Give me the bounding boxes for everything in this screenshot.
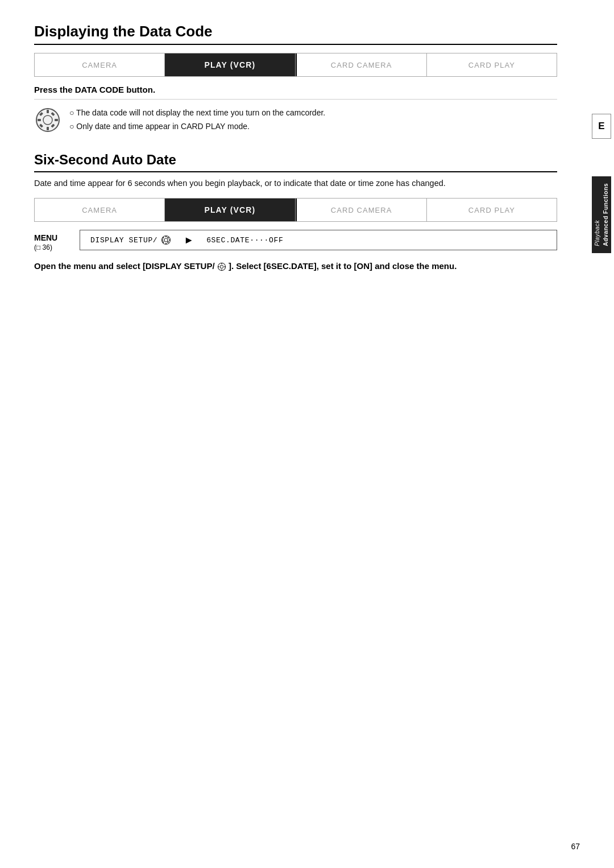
mode-camera-2: CAMERA — [35, 199, 165, 221]
note-lines: The data code will not display the next … — [69, 106, 325, 134]
svg-rect-5 — [55, 119, 58, 121]
svg-rect-2 — [47, 110, 49, 113]
body-text: Date and time appear for 6 seconds when … — [34, 177, 557, 190]
mode-camera-1: CAMERA — [35, 53, 165, 76]
svg-rect-16 — [163, 237, 165, 239]
note-line-2: Only date and time appear in CARD PLAY m… — [69, 120, 325, 134]
step-arrow: ► — [181, 234, 196, 246]
mode-card-camera-2: CARD CAMERA — [297, 199, 427, 221]
svg-rect-12 — [165, 235, 167, 237]
note-box: The data code will not display the next … — [34, 99, 557, 140]
menu-steps: DISPLAY SETUP/ ► 6SEC.DATE····OFF — [80, 230, 557, 250]
sidebar-text: Playback Advanced Functions — [593, 183, 609, 246]
svg-rect-13 — [165, 243, 167, 245]
mode-bar-1: CAMERA PLAY (VCR) CARD CAMERA CARD PLAY — [34, 53, 557, 77]
note-icon — [34, 106, 61, 134]
menu-label: MENU (□ 36) — [34, 230, 80, 251]
svg-rect-22 — [221, 263, 222, 264]
note-line-1: The data code will not display the next … — [69, 106, 325, 120]
mode-card-play-1: CARD PLAY — [427, 53, 557, 76]
sidebar-black-bar: Playback Advanced Functions — [592, 176, 611, 253]
page-number: 67 — [571, 842, 580, 851]
svg-rect-3 — [47, 127, 49, 130]
e-tab: E — [592, 114, 611, 139]
svg-rect-23 — [221, 270, 222, 271]
mode-bar-2: CAMERA PLAY (VCR) CARD CAMERA CARD PLAY — [34, 198, 557, 222]
section1-title: Displaying the Data Code — [34, 23, 557, 45]
menu-gear-icon — [161, 235, 171, 245]
right-sidebar: E Playback Advanced Functions — [589, 114, 614, 253]
menu-ref: (□ 36) — [34, 243, 52, 251]
final-instruction: Open the menu and select [DISPLAY SETUP/… — [34, 259, 557, 273]
mode-card-camera-1: CARD CAMERA — [297, 53, 427, 76]
svg-rect-15 — [169, 239, 171, 241]
svg-rect-4 — [38, 119, 41, 121]
menu-row: MENU (□ 36) DISPLAY SETUP/ — [34, 230, 557, 251]
svg-point-20 — [220, 266, 223, 268]
mode-play-vcr-2: PLAY (VCR) — [165, 199, 295, 221]
menu-step-2: 6SEC.DATE····OFF — [196, 232, 293, 249]
mode-play-vcr-1: PLAY (VCR) — [165, 53, 295, 76]
svg-rect-24 — [218, 266, 219, 267]
instruction-1: Press the DATA CODE button. — [34, 85, 557, 94]
mode-card-play-2: CARD PLAY — [427, 199, 557, 221]
section2-title: Six-Second Auto Date — [34, 152, 557, 172]
inline-gear-icon — [217, 262, 226, 271]
svg-rect-14 — [161, 239, 163, 241]
menu-step-1: DISPLAY SETUP/ — [80, 230, 181, 250]
svg-rect-25 — [224, 266, 226, 267]
svg-point-10 — [164, 238, 168, 242]
gear-icon — [35, 108, 60, 133]
